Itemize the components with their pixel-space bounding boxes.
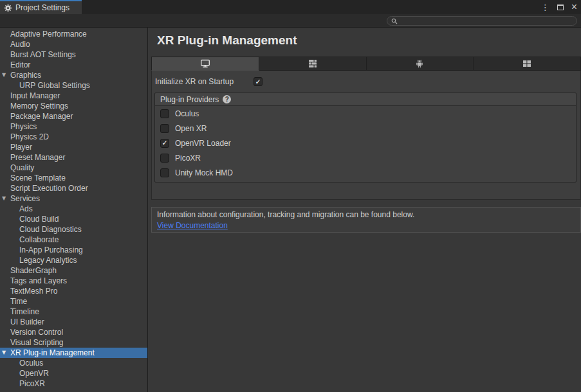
- provider-row: Oculus: [155, 106, 576, 121]
- sidebar-item[interactable]: Package Manager: [0, 111, 147, 121]
- sidebar-item[interactable]: Quality: [0, 163, 147, 173]
- plugin-providers-title: Plug-in Providers: [160, 95, 219, 104]
- windows-icon: [522, 60, 531, 67]
- sidebar-item[interactable]: Tags and Layers: [0, 276, 147, 286]
- sidebar-item[interactable]: Physics: [0, 121, 147, 132]
- provider-row: PicoXR: [155, 150, 576, 165]
- sidebar-item-label: Version Control: [10, 328, 63, 337]
- sidebar-item[interactable]: Burst AOT Settings: [0, 49, 147, 60]
- gear-icon: [4, 4, 12, 12]
- sidebar-item[interactable]: ▼Services: [0, 193, 147, 204]
- sidebar-item[interactable]: Version Control: [0, 327, 147, 337]
- sidebar-item[interactable]: ▼XR Plug-in Management: [0, 348, 147, 358]
- sidebar-item[interactable]: Ads: [0, 204, 147, 214]
- provider-checkbox[interactable]: [160, 154, 169, 163]
- foldout-triangle-icon[interactable]: ▼: [2, 70, 6, 80]
- search-field[interactable]: [387, 16, 577, 26]
- sidebar-item-label: Adaptive Performance: [10, 30, 87, 39]
- window-tab-title: Project Settings: [15, 3, 69, 12]
- window-close-icon[interactable]: ×: [571, 2, 577, 12]
- provider-checkbox[interactable]: [160, 109, 169, 118]
- sidebar-item[interactable]: Input Manager: [0, 91, 147, 101]
- platform-tab-desktop[interactable]: [151, 57, 259, 71]
- sidebar-item-label: Scene Template: [10, 174, 66, 183]
- provider-label: Unity Mock HMD: [175, 168, 233, 177]
- sidebar-item[interactable]: Adaptive Performance: [0, 29, 147, 39]
- sidebar-item-label: Input Manager: [10, 91, 60, 100]
- info-box: Information about configuration, trackin…: [151, 207, 581, 233]
- sidebar-item[interactable]: Physics 2D: [0, 132, 147, 142]
- initialize-xr-label: Initialize XR on Startup: [155, 77, 254, 86]
- plugin-providers-header: Plug-in Providers ?: [155, 93, 576, 106]
- sidebar-item[interactable]: Cloud Build: [0, 214, 147, 224]
- initialize-xr-row: Initialize XR on Startup ✓: [152, 76, 580, 87]
- help-icon[interactable]: ?: [223, 95, 231, 103]
- sidebar-item[interactable]: Script Execution Order: [0, 183, 147, 193]
- provider-label: PicoXR: [175, 154, 201, 163]
- settings-sidebar: Adaptive PerformanceAudioBurst AOT Setti…: [0, 28, 148, 392]
- sidebar-item[interactable]: UI Builder: [0, 317, 147, 327]
- sidebar-item-label: Editor: [10, 60, 30, 69]
- sidebar-item[interactable]: Legacy Analytics: [0, 255, 147, 265]
- provider-label: Oculus: [175, 109, 199, 118]
- initialize-xr-checkbox[interactable]: ✓: [254, 77, 263, 86]
- view-documentation-link[interactable]: View Documentation: [157, 221, 228, 230]
- titlebar: Project Settings ⋮ ×: [0, 0, 581, 14]
- info-text: Information about configuration, trackin…: [157, 210, 575, 219]
- sidebar-item-label: Ads: [19, 204, 33, 213]
- sidebar-item-label: Audio: [10, 40, 30, 49]
- sidebar-item[interactable]: ▼Graphics: [0, 70, 147, 80]
- sidebar-item-label: Physics: [10, 122, 37, 131]
- sidebar-item-label: ShaderGraph: [10, 266, 57, 275]
- sidebar-item-label: TextMesh Pro: [10, 287, 57, 296]
- sidebar-item-label: Visual Scripting: [10, 338, 64, 347]
- sidebar-item-label: Legacy Analytics: [19, 256, 77, 265]
- page-title: XR Plug-in Management: [157, 33, 297, 48]
- sidebar-item[interactable]: In-App Purchasing: [0, 245, 147, 255]
- sidebar-item-label: UI Builder: [10, 317, 44, 326]
- sidebar-item-label: Preset Manager: [10, 153, 65, 162]
- platform-tab-android[interactable]: [367, 57, 474, 71]
- sidebar-item[interactable]: Visual Scripting: [0, 337, 147, 348]
- plugin-providers-box: Plug-in Providers ? OculusOpen XR✓OpenVR…: [154, 93, 576, 183]
- window-menu-icon[interactable]: ⋮: [541, 3, 549, 12]
- sidebar-item[interactable]: Collaborate: [0, 235, 147, 245]
- sidebar-item[interactable]: TextMesh Pro: [0, 286, 147, 296]
- platform-tab-console[interactable]: [259, 57, 367, 71]
- sidebar-item[interactable]: ShaderGraph: [0, 265, 147, 276]
- sidebar-item-label: Graphics: [10, 71, 41, 80]
- sidebar-item[interactable]: Player: [0, 142, 147, 152]
- search-input[interactable]: [400, 17, 576, 25]
- sidebar-item[interactable]: Time: [0, 296, 147, 307]
- window-maximize-icon[interactable]: [557, 4, 564, 10]
- sidebar-item-label: Services: [10, 194, 40, 203]
- platform-tab-windows[interactable]: [474, 57, 581, 71]
- sidebar-item-label: XR Plug-in Management: [10, 348, 95, 357]
- window-tab-project-settings[interactable]: Project Settings: [0, 0, 82, 14]
- sidebar-item[interactable]: Preset Manager: [0, 152, 147, 163]
- sidebar-item[interactable]: Memory Settings: [0, 101, 147, 111]
- sidebar-item[interactable]: Audio: [0, 39, 147, 49]
- provider-label: OpenVR Loader: [175, 139, 231, 148]
- sidebar-item-label: Tags and Layers: [10, 276, 67, 285]
- sidebar-item-label: Collaborate: [19, 235, 59, 244]
- sidebar-item-label: Cloud Build: [19, 215, 59, 224]
- sidebar-item[interactable]: Timeline: [0, 307, 147, 317]
- sidebar-item[interactable]: Oculus: [0, 358, 147, 368]
- provider-checkbox[interactable]: [160, 124, 169, 133]
- sidebar-item-label: Burst AOT Settings: [10, 50, 76, 59]
- sidebar-item[interactable]: Scene Template: [0, 173, 147, 183]
- sidebar-item-label: Memory Settings: [10, 102, 68, 111]
- foldout-triangle-icon[interactable]: ▼: [2, 193, 6, 204]
- sidebar-item[interactable]: PicoXR: [0, 379, 147, 389]
- sidebar-item[interactable]: Editor: [0, 60, 147, 70]
- desktop-icon: [200, 59, 210, 68]
- sidebar-item-label: Timeline: [10, 307, 39, 316]
- foldout-triangle-icon[interactable]: ▼: [2, 348, 6, 358]
- sidebar-item-label: Package Manager: [10, 112, 73, 121]
- sidebar-item[interactable]: Cloud Diagnostics: [0, 224, 147, 235]
- provider-checkbox[interactable]: ✓: [160, 139, 169, 148]
- sidebar-item[interactable]: URP Global Settings: [0, 80, 147, 91]
- provider-checkbox[interactable]: [160, 168, 169, 177]
- sidebar-item[interactable]: OpenVR: [0, 368, 147, 379]
